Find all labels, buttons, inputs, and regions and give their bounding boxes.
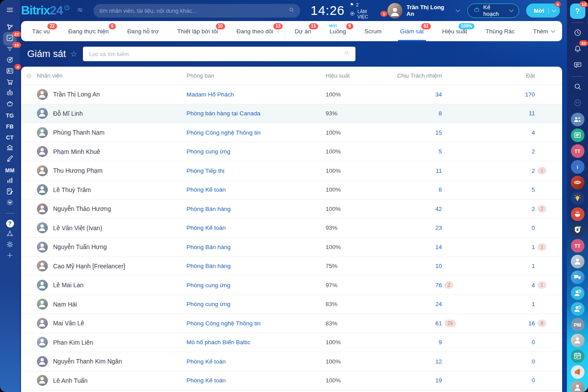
responsible-count-link[interactable]: 11 (436, 167, 442, 174)
employee-cell[interactable]: Phùng Thanh Nam (37, 127, 186, 138)
calendar-chat-avatar[interactable] (571, 349, 584, 363)
tune-icon[interactable] (76, 6, 84, 15)
department-link[interactable]: Phòng Bán hàng (186, 263, 231, 269)
sidebar-item-settings[interactable] (2, 240, 18, 251)
table-row[interactable]: Nguyễn Tuấn HưngPhòng Bán hàng100%1411 (21, 238, 562, 257)
table-row[interactable]: Lê Anh TuấnPhòng Kế toán100%190 (21, 371, 562, 391)
column-header-responsible[interactable]: Chịu Trách nhiệm (385, 72, 442, 79)
user-avatar-2[interactable] (571, 334, 584, 347)
employee-cell[interactable]: Mai Vân Lê (37, 318, 186, 329)
table-row[interactable]: Phùng Thanh NamPhòng Công nghệ Thông tin… (21, 123, 562, 143)
workday-clock[interactable]: 14:26 (311, 4, 345, 18)
sidebar-item-company[interactable] (2, 143, 18, 154)
news-channel-avatar[interactable] (571, 128, 584, 142)
favorite-star-icon[interactable]: ☆ (70, 49, 77, 59)
employee-cell[interactable]: Cao Mỹ Hạnh [Freelancer] (37, 260, 186, 271)
sidebar-item-docs[interactable] (2, 187, 18, 198)
table-row[interactable]: Phạm Nhật MinhMadam Hổ Phách100%70 (21, 390, 562, 392)
column-header-performance[interactable]: Hiệu suất (326, 72, 385, 79)
sidebar-collapse[interactable] (2, 198, 18, 209)
employee-cell[interactable]: Trần Thị Long An (37, 89, 186, 100)
chat-avatar-tt[interactable]: TT (571, 144, 584, 158)
table-row[interactable]: Nguyễn Thanh Kim NgânPhòng Kế toán100%12… (21, 352, 562, 371)
department-link[interactable]: Phòng cung ứng (186, 282, 230, 289)
tab-set-by-me[interactable]: Thiết lập bởi tôi10 (168, 21, 227, 41)
department-link[interactable]: Phòng Công nghệ Thông tin (186, 129, 261, 136)
search-icon[interactable] (288, 7, 295, 15)
responsible-count-link[interactable]: 42 (435, 206, 442, 212)
department-link[interactable]: Phòng Kế toán (186, 377, 226, 384)
time-chat-avatar-1[interactable] (571, 286, 584, 300)
column-header-department[interactable]: Phòng ban (186, 72, 326, 79)
sidebar-item-bot[interactable] (2, 88, 18, 99)
sidebar-item-workspace[interactable] (2, 99, 18, 110)
responsible-count-link[interactable]: 8 (438, 186, 442, 193)
group-chat-avatar[interactable] (571, 113, 584, 126)
idea-chat-avatar[interactable] (571, 192, 584, 205)
set-count-link[interactable]: 5 (531, 186, 535, 193)
sidebar-item-market[interactable] (2, 77, 18, 88)
set-count-link[interactable]: 1 (531, 263, 535, 269)
sidebar-item-mm[interactable]: MM (2, 165, 18, 176)
table-row[interactable]: Trần Thị Long AnMadam Hổ Phách100%34170 (21, 85, 562, 104)
tab-assisting[interactable]: Đang hỗ trợ (118, 21, 168, 41)
set-count-link[interactable]: 16 (528, 320, 535, 327)
notifications-icon[interactable]: 33 (570, 43, 585, 57)
employee-cell[interactable]: Thu Hương Phạm (37, 165, 186, 176)
responsible-count-link[interactable]: 12 (435, 358, 442, 365)
department-link[interactable]: Phòng Kế toán (186, 186, 226, 193)
table-row[interactable]: Nam HảiPhòng cung ứng83%241 (21, 295, 562, 314)
tab-in-progress[interactable]: Đang thực hiện6 (59, 21, 118, 41)
table-row[interactable]: Phạm Minh KhuêPhòng cung ứng100%52 (21, 143, 562, 162)
filter-search-input[interactable] (88, 50, 344, 58)
info-channel-avatar[interactable]: i (571, 160, 584, 174)
tab-flows[interactable]: LuồngMỚI9 (320, 21, 355, 41)
responsible-count-link[interactable]: 5 (438, 148, 442, 155)
department-link[interactable]: Phòng cung ứng (186, 148, 230, 155)
sidebar-item-help[interactable]: ? (2, 218, 18, 229)
set-count-link[interactable]: 0 (531, 225, 535, 231)
invite-button[interactable]: Mời 4 (526, 4, 560, 18)
set-count-link[interactable]: 11 (529, 110, 535, 117)
set-count-link[interactable]: 2 (531, 167, 535, 174)
tab-projects[interactable]: Dự án15 (285, 21, 320, 41)
messages-chat-avatar[interactable] (571, 271, 584, 284)
work-status-toggle[interactable]: LÀM VIỆC 1 (350, 9, 387, 19)
responsible-count-link[interactable]: 10 (435, 263, 442, 269)
sidebar-item-contacts[interactable]: 4 (2, 66, 18, 77)
employee-cell[interactable]: Nguyễn Tuấn Hưng (37, 242, 186, 253)
food-chat-avatar[interactable] (571, 207, 584, 221)
history-icon[interactable] (570, 26, 585, 40)
responsible-count-link[interactable]: 24 (435, 301, 442, 307)
employee-cell[interactable]: Lê Văn Việt (Ivan) (37, 222, 186, 233)
set-count-link[interactable]: 0 (531, 339, 535, 346)
sidebar-item-tg[interactable]: TG (2, 110, 18, 121)
table-row[interactable]: Nguyễn Thảo HươngPhòng Bán hàng100%4222 (21, 200, 562, 219)
set-count-link[interactable]: 170 (525, 91, 535, 98)
user-avatar-3[interactable] (571, 381, 584, 392)
table-row[interactable]: Thu Hương PhạmPhòng Tiếp thị100%1121 (21, 161, 562, 181)
tab-supervision[interactable]: Giám sát62 (391, 21, 433, 41)
department-link[interactable]: Madam Hổ Phách (186, 91, 234, 98)
book-club-avatar[interactable] (571, 176, 584, 189)
set-count-link[interactable]: 2 (531, 206, 535, 212)
table-row[interactable]: Lê Thuỳ TrâmPhòng Kế toán100%85 (21, 181, 562, 200)
user-avatar[interactable] (387, 3, 403, 18)
chat-avatar-pm[interactable]: PM (571, 318, 584, 331)
user-menu[interactable]: Trần Thị Long An (387, 3, 460, 18)
search-icon[interactable] (570, 80, 585, 94)
department-link[interactable]: Phòng bán hàng tại Canada (186, 110, 260, 117)
responsible-count-link[interactable]: 61 (435, 320, 442, 327)
employee-cell[interactable]: Lê Mai Lan (37, 280, 186, 291)
tab-scrum[interactable]: Scrum (355, 21, 391, 41)
table-row[interactable]: Đỗ Mĩ LinhPhòng bán hàng tại Canada93%81… (21, 104, 562, 124)
employee-cell[interactable]: Đỗ Mĩ Linh (37, 108, 186, 119)
flag-counter[interactable]: ⚑ 2 (350, 2, 387, 7)
responsible-count-link[interactable]: 23 (435, 225, 442, 231)
tab-recycle-bin[interactable]: Thùng Rác (477, 21, 524, 41)
sidebar-item-stats[interactable] (2, 176, 18, 187)
sidebar-item-add[interactable] (2, 251, 18, 262)
responsible-count-link[interactable]: 15 (435, 129, 442, 136)
table-row[interactable]: Lê Mai LanPhòng cung ứng97%76241 (21, 276, 562, 295)
responsible-count-link[interactable]: 34 (435, 91, 442, 98)
